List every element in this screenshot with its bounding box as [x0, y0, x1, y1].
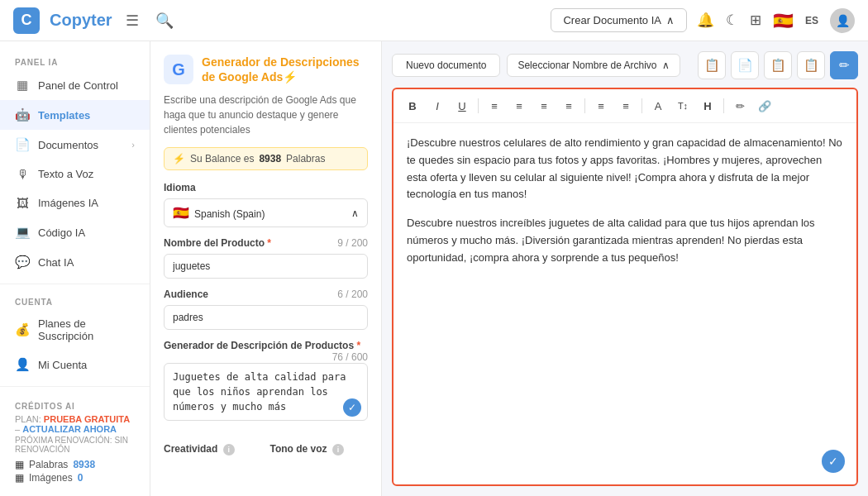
- fmt-divider-3: [641, 98, 642, 113]
- sidebar-item-label: Texto a Voz: [38, 168, 93, 180]
- logo-name: Copyter: [50, 11, 112, 30]
- action-edit-btn[interactable]: ✏: [830, 51, 858, 79]
- sidebar-item-texto-voz[interactable]: 🎙 Texto a Voz: [0, 160, 150, 188]
- chat-icon: 💬: [15, 255, 30, 269]
- fmt-heading[interactable]: H: [697, 95, 718, 117]
- create-doc-button[interactable]: Crear Documento IA ∧: [551, 8, 687, 32]
- sidebar-divider-2: [0, 386, 150, 387]
- fmt-link[interactable]: 🔗: [754, 95, 775, 117]
- menu-icon[interactable]: ☰: [122, 8, 142, 33]
- sidebar-item-templates[interactable]: 🤖 Templates: [0, 100, 150, 130]
- templates-icon: 🤖: [15, 107, 30, 122]
- cuenta-icon: 👤: [15, 357, 30, 372]
- idioma-select[interactable]: 🇪🇸Spanish (Spain) ∧: [164, 198, 368, 227]
- generator-title: Generador de Descripciones de Google Ads…: [202, 55, 368, 84]
- fmt-list-ol[interactable]: ≡: [590, 95, 612, 117]
- imagenes-icon: 🖼: [15, 196, 30, 210]
- content-area: G Generador de Descripciones de Google A…: [150, 41, 868, 496]
- palabras-row: ▦ Palabras 8938: [15, 459, 135, 470]
- imagenes-value: 0: [78, 472, 83, 484]
- action-doc-btn[interactable]: 📄: [731, 51, 759, 79]
- generador-wrapper: Juguetes de alta calidad para que los ni…: [164, 356, 368, 423]
- fmt-color[interactable]: A: [647, 95, 669, 117]
- fmt-pen[interactable]: ✏: [729, 95, 751, 117]
- editor-check: ✓: [822, 450, 845, 473]
- moon-icon[interactable]: ☾: [726, 12, 738, 29]
- editor-container: B I U ≡ ≡ ≡ ≡ ≡ ≡ A T↕ H: [392, 88, 858, 486]
- action-copy-btn[interactable]: 📋: [698, 51, 726, 79]
- editor-wrapper: B I U ≡ ≡ ≡ ≡ ≡ ≡ A T↕ H: [392, 88, 858, 486]
- form-panel: G Generador de Descripciones de Google A…: [150, 41, 382, 496]
- fmt-divider-2: [584, 98, 585, 113]
- sidebar-item-label: Código IA: [38, 227, 85, 239]
- documentos-icon: 📄: [15, 137, 30, 152]
- audience-input[interactable]: [164, 305, 368, 330]
- avatar[interactable]: 👤: [830, 8, 855, 33]
- editor-paragraph-1: ¡Descubre nuestros celulares de alto ren…: [407, 135, 843, 203]
- fmt-font-size[interactable]: T↕: [672, 95, 694, 117]
- creditos-label: CRÉDITOS AI: [15, 402, 135, 414]
- sidebar-item-chat-ia[interactable]: 💬 Chat IA: [0, 247, 150, 277]
- sidebar-item-planes[interactable]: 💰 Planes de Suscripción: [0, 310, 150, 350]
- renovacion-line: PRÓXIMA RENOVACIÓN: SIN RENOVACIÓN: [15, 436, 135, 454]
- fmt-divider-1: [478, 98, 479, 113]
- sidebar-item-documentos[interactable]: 📄 Documentos ›: [0, 130, 150, 160]
- sidebar-item-label: Documentos: [38, 139, 98, 151]
- nombre-label: Nombre del Producto * 9 / 200: [164, 237, 368, 249]
- google-icon: G: [164, 55, 193, 84]
- idioma-flag: 🇪🇸: [173, 206, 189, 220]
- new-doc-button[interactable]: Nuevo documento: [392, 54, 500, 77]
- cuenta-label: CUENTA: [0, 291, 150, 310]
- plan-line: PLAN: PRUEBA GRATUITA – ACTUALIZAR AHORA: [15, 414, 135, 434]
- fmt-italic[interactable]: I: [427, 95, 448, 117]
- fmt-align-left[interactable]: ≡: [484, 95, 505, 117]
- creatividad-col: Creatividad i: [164, 433, 262, 460]
- sidebar-item-codigo-ia[interactable]: 💻 Código IA: [0, 217, 150, 247]
- fmt-bold[interactable]: B: [402, 95, 423, 117]
- audience-char-count: 6 / 200: [337, 289, 368, 300]
- upgrade-link[interactable]: ACTUALIZAR AHORA: [22, 424, 117, 434]
- search-icon[interactable]: 🔍: [152, 8, 177, 33]
- fmt-align-justify[interactable]: ≡: [558, 95, 579, 117]
- sidebar-item-label: Panel de Control: [38, 79, 118, 92]
- grid-icon[interactable]: ⊞: [750, 12, 761, 29]
- creatividad-info-icon[interactable]: i: [223, 444, 235, 455]
- bolt-icon: ⚡: [173, 153, 185, 165]
- generator-header: G Generador de Descripciones de Google A…: [164, 55, 368, 84]
- lang-label: ES: [805, 15, 818, 26]
- tono-col: Tono de voz i: [270, 433, 369, 460]
- tono-info-icon[interactable]: i: [332, 444, 344, 455]
- nombre-char-count: 9 / 200: [337, 237, 368, 249]
- fmt-align-center[interactable]: ≡: [508, 95, 530, 117]
- sidebar-item-panel-control[interactable]: ▦ Panel de Control: [0, 70, 150, 100]
- idioma-arrow: ∧: [351, 207, 359, 219]
- bell-icon[interactable]: 🔔: [697, 12, 714, 29]
- fmt-align-right[interactable]: ≡: [533, 95, 555, 117]
- logo-icon: C: [13, 7, 40, 34]
- imagenes-row: ▦ Imágenes 0: [15, 472, 135, 484]
- generador-textarea[interactable]: Juguetes de alta calidad para que los ni…: [164, 363, 368, 421]
- archivo-arrow: ∧: [662, 60, 670, 71]
- tono-label: Tono de voz i: [270, 443, 369, 455]
- nombre-input[interactable]: [164, 254, 368, 279]
- top-nav: C Copyter ☰ 🔍 Crear Documento IA ∧ 🔔 ☾ ⊞…: [0, 0, 868, 41]
- action-paste-btn[interactable]: 📋: [764, 51, 792, 79]
- editor-panel: Nuevo documento Seleccionar Nombre de Ar…: [382, 41, 868, 496]
- generator-description: Escribe una descripción de Google Ads qu…: [164, 93, 368, 137]
- plan-name[interactable]: PRUEBA GRATUITA: [44, 414, 130, 424]
- action-duplicate-btn[interactable]: 📋: [797, 51, 825, 79]
- imagenes-label: Imágenes: [29, 472, 73, 484]
- nav-icons-right: 🔔 ☾ ⊞ 🇪🇸 ES 👤: [697, 8, 855, 33]
- sidebar-item-imagenes-ia[interactable]: 🖼 Imágenes IA: [0, 188, 150, 217]
- sidebar: PANEL IA ▦ Panel de Control 🤖 Templates …: [0, 41, 150, 496]
- editor-format-bar: B I U ≡ ≡ ≡ ≡ ≡ ≡ A T↕ H: [393, 89, 856, 123]
- fmt-list-ul[interactable]: ≡: [615, 95, 637, 117]
- editor-content[interactable]: ¡Descubre nuestros celulares de alto ren…: [393, 123, 856, 484]
- select-archivo[interactable]: Seleccionar Nombre de Archivo ∧: [507, 54, 680, 77]
- sidebar-item-label: Chat IA: [38, 256, 74, 269]
- sidebar-item-label: Mi Cuenta: [38, 359, 87, 371]
- fmt-underline[interactable]: U: [451, 95, 473, 117]
- audience-label: Audience 6 / 200: [164, 289, 368, 300]
- sidebar-item-label: Imágenes IA: [38, 197, 98, 209]
- sidebar-item-mi-cuenta[interactable]: 👤 Mi Cuenta: [0, 350, 150, 379]
